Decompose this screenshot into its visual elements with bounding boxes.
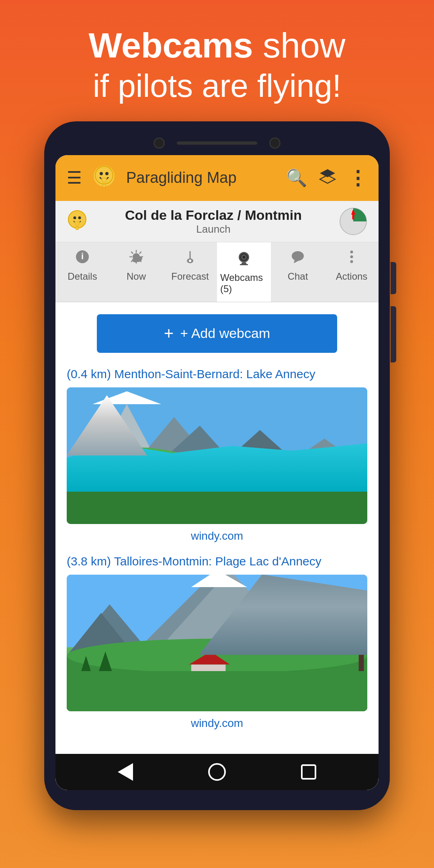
webcam-2-source[interactable]: windy.com <box>67 717 367 730</box>
add-webcam-label: + Add webcam <box>180 326 270 341</box>
promo-bold: Webcams <box>88 25 253 65</box>
layers-icon[interactable] <box>319 168 336 188</box>
svg-point-33 <box>243 256 245 258</box>
add-webcam-button[interactable]: + + Add webcam <box>97 314 337 353</box>
location-name: Col de la Forclaz / Montmin <box>95 207 332 223</box>
details-icon: i <box>75 250 90 268</box>
promo-rest: show <box>253 25 346 65</box>
side-button-volume <box>391 306 396 362</box>
svg-rect-65 <box>191 664 225 686</box>
actions-icon <box>344 250 359 268</box>
tab-actions[interactable]: Actions <box>325 242 379 302</box>
phone-nav-bar <box>55 754 379 790</box>
more-icon[interactable]: ⋮ <box>348 167 367 189</box>
tab-chat[interactable]: Chat <box>271 242 325 302</box>
app-title: Paragliding Map <box>126 169 274 186</box>
svg-point-3 <box>105 172 108 175</box>
side-button-power <box>391 262 396 294</box>
promo-subtitle: if pilots are flying! <box>24 67 410 105</box>
svg-point-8 <box>74 216 76 219</box>
webcams-content: + + Add webcam (0.4 km) Menthon-Saint-Be… <box>55 302 379 754</box>
svg-point-9 <box>78 216 81 219</box>
location-pin-icon <box>67 209 88 234</box>
svg-text:i: i <box>81 251 84 261</box>
menu-icon[interactable]: ☰ <box>67 168 82 188</box>
recents-button[interactable] <box>299 762 319 782</box>
svg-marker-54 <box>101 458 122 483</box>
speaker-dot <box>269 137 280 149</box>
location-type: Launch <box>95 223 332 235</box>
svg-point-4 <box>102 184 106 187</box>
tab-webcams[interactable]: Webcams (5) <box>217 242 271 302</box>
svg-line-23 <box>140 252 141 254</box>
svg-rect-67 <box>67 686 367 711</box>
svg-point-37 <box>350 250 353 253</box>
webcam-entry-2: (3.8 km) Talloires-Montmin: Plage Lac d'… <box>67 555 367 730</box>
webcam-entry-1: (0.4 km) Menthon-Saint-Bernard: Lake Ann… <box>67 367 367 542</box>
tab-forecast-label: Forecast <box>171 271 209 282</box>
phone-notch-area <box>55 133 379 155</box>
svg-point-10 <box>76 227 79 230</box>
plus-icon: + <box>164 324 174 343</box>
chat-icon <box>291 250 305 268</box>
tab-bar: i Details <box>55 242 379 302</box>
webcam-icon <box>236 251 252 269</box>
svg-marker-55 <box>324 453 346 479</box>
app-logo <box>90 164 118 192</box>
svg-line-21 <box>131 252 133 254</box>
webcam-1-image[interactable] <box>67 387 367 524</box>
back-button[interactable] <box>115 762 135 782</box>
svg-point-69 <box>346 600 367 651</box>
promo-text: Webcams show if pilots are flying! <box>0 0 434 121</box>
svg-rect-52 <box>67 481 367 524</box>
now-icon <box>129 250 143 268</box>
svg-point-38 <box>350 255 353 258</box>
svg-point-27 <box>137 256 142 260</box>
notch-bar <box>177 141 257 145</box>
svg-marker-53 <box>80 460 97 481</box>
app-header: ☰ Paragliding Map 🔍 ⋮ <box>55 155 379 201</box>
tab-webcams-label: Webcams (5) <box>220 272 268 295</box>
webcam-2-title[interactable]: (3.8 km) Talloires-Montmin: Plage Lac d'… <box>67 555 367 568</box>
tab-actions-label: Actions <box>336 271 368 282</box>
tab-details-label: Details <box>68 271 97 282</box>
svg-marker-5 <box>320 169 335 177</box>
phone-screen: ☰ Paragliding Map 🔍 ⋮ <box>55 155 379 790</box>
tab-now[interactable]: Now <box>109 242 163 302</box>
svg-point-2 <box>100 172 103 175</box>
home-button[interactable] <box>207 762 227 782</box>
location-info: Col de la Forclaz / Montmin Launch <box>95 207 332 235</box>
svg-rect-35 <box>240 264 248 265</box>
svg-rect-68 <box>359 630 364 699</box>
webcam-1-title[interactable]: (0.4 km) Menthon-Saint-Bernard: Lake Ann… <box>67 367 367 381</box>
svg-point-39 <box>350 260 353 263</box>
svg-marker-56 <box>342 458 363 481</box>
webcam-2-image[interactable] <box>67 575 367 711</box>
wind-compass <box>339 207 367 235</box>
forecast-icon <box>183 250 197 268</box>
tab-forecast[interactable]: Forecast <box>163 242 217 302</box>
camera-dot <box>154 137 165 149</box>
phone-shell: ☰ Paragliding Map 🔍 ⋮ <box>44 121 390 810</box>
tab-details[interactable]: i Details <box>55 242 109 302</box>
webcam-1-source[interactable]: windy.com <box>67 530 367 542</box>
tab-chat-label: Chat <box>288 271 308 282</box>
search-icon[interactable]: 🔍 <box>286 168 307 188</box>
tab-now-label: Now <box>127 271 146 282</box>
location-bar: Col de la Forclaz / Montmin Launch <box>55 201 379 242</box>
svg-point-36 <box>292 251 304 261</box>
svg-point-29 <box>189 260 191 262</box>
